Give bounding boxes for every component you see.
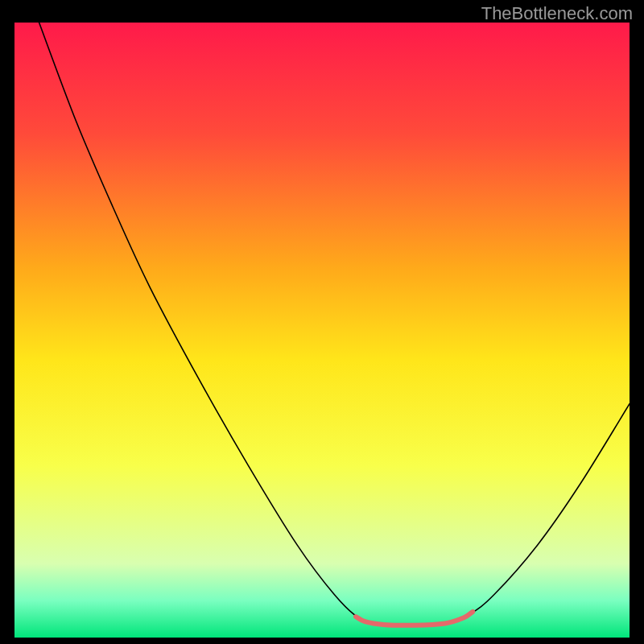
plot-area — [14, 23, 630, 638]
watermark-text: TheBottleneck.com — [481, 3, 633, 24]
chart-svg — [14, 23, 630, 638]
chart-container: TheBottleneck.com — [0, 0, 644, 644]
